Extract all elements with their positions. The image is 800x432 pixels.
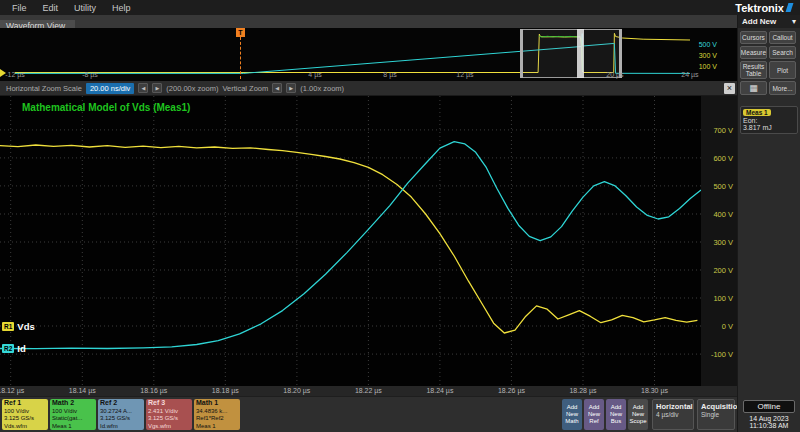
plot-button[interactable]: Plot xyxy=(769,61,796,79)
menu-help[interactable]: Help xyxy=(104,3,139,13)
overview-scale-label: 100 V xyxy=(691,63,717,70)
overview-time-label: 20 µs xyxy=(600,71,630,78)
y-axis-tick-label: 400 V xyxy=(703,210,733,219)
add-new-button-line: New xyxy=(628,411,648,418)
channel-badge-math1[interactable]: Math 134.4836 k...Ref1*Ref2Meas 1 xyxy=(194,399,240,430)
overview-time-label: -12 µs xyxy=(0,71,30,78)
horizontal-zoom-scale-value[interactable]: 20.00 ns/div xyxy=(86,83,134,94)
meas1-badge[interactable]: Meas 1 xyxy=(743,109,771,116)
add-new-button-line: Scope xyxy=(628,418,648,425)
y-axis-tick-label: 600 V xyxy=(703,154,733,163)
overview-time-label: -8 µs xyxy=(75,71,105,78)
add-new-button-line: Add xyxy=(562,404,582,411)
x-axis-tick-label: 18.14 µs xyxy=(60,387,104,394)
badge-title: Ref 1 xyxy=(2,399,48,408)
x-axis-labels: 18.12 µs18.14 µs18.16 µs18.18 µs18.20 µs… xyxy=(0,386,737,396)
add-new-bus-button[interactable]: AddNewBus xyxy=(606,399,626,430)
results-table-button[interactable]: Results Table xyxy=(740,61,767,79)
channel-badge-ref3[interactable]: Ref 32.431 V/div3.125 GS/sVgs.wfm xyxy=(146,399,192,430)
add-new-buttons: AddNewMathAddNewRefAddNewBusAddNewScope xyxy=(562,399,648,430)
add-new-ref-button[interactable]: AddNewRef xyxy=(584,399,604,430)
badge-detail: Id.wfm xyxy=(98,423,144,430)
channel-badge-ref2[interactable]: Ref 230.2724 A...3.125 GS/sId.wfm xyxy=(98,399,144,430)
badge-grid-button[interactable]: ▦ xyxy=(740,81,767,95)
y-axis-tick-label: 0 V xyxy=(703,322,733,331)
zoom-view-bar[interactable] xyxy=(577,29,584,78)
channel-marker-vds[interactable]: R1Vds xyxy=(2,321,35,332)
trigger-marker[interactable]: T xyxy=(236,28,245,37)
vertical-zoom-factor: (1.00x zoom) xyxy=(300,84,344,93)
badge-detail: 100 V/div xyxy=(2,408,48,416)
x-axis-tick-label: 18.24 µs xyxy=(418,387,462,394)
meas1-result-row: 3.817 mJ xyxy=(743,124,795,131)
tektronix-logo: Tektronix xyxy=(735,2,800,14)
horizontal-zoom-increase-button[interactable]: ▶ xyxy=(152,83,162,93)
close-zoom-icon[interactable]: × xyxy=(724,83,735,94)
vertical-zoom-increase-button[interactable]: ▶ xyxy=(286,83,296,93)
horizontal-scale-value: 4 µs/div xyxy=(656,411,690,418)
vertical-zoom-decrease-button[interactable]: ◀ xyxy=(272,83,282,93)
more-button[interactable]: More... xyxy=(769,81,796,95)
channel-badge-math2[interactable]: Math 2100 V/divStatic(gat...Meas 1 xyxy=(50,399,96,430)
badge-detail: 2.431 V/div xyxy=(146,408,192,416)
x-axis-tick-label: 18.22 µs xyxy=(346,387,390,394)
waveform-plot[interactable]: 700 V600 V500 V400 V300 V200 V100 V0 V-1… xyxy=(0,96,737,386)
tab-strip: Waveform View xyxy=(0,15,737,29)
zoom-toolbar: Horizontal Zoom Scale 20.00 ns/div ◀ ▶ (… xyxy=(0,81,737,96)
callout-button[interactable]: Callout xyxy=(769,31,796,44)
x-axis-tick-label: 18.18 µs xyxy=(203,387,247,394)
x-axis-tick-label: 18.28 µs xyxy=(561,387,605,394)
right-sidebar: Add New ▾ CursorsCalloutMeasureSearchRes… xyxy=(737,15,800,432)
badge-grid-icon: ▦ xyxy=(749,83,758,93)
x-axis-tick-label: 18.26 µs xyxy=(489,387,533,394)
channel-marker-id[interactable]: R2Id xyxy=(2,343,26,354)
add-new-math-button[interactable]: AddNewMath xyxy=(562,399,582,430)
y-axis-tick-label: 500 V xyxy=(703,182,733,191)
main-column: Waveform View T -12 µs-8 µs4 µs8 µs12 µs… xyxy=(0,15,737,432)
cursors-button[interactable]: Cursors xyxy=(740,31,767,44)
badge-detail: 34.4836 k... xyxy=(194,408,240,416)
add-new-button-line: Add xyxy=(606,404,626,411)
badge-detail: 3.125 GS/s xyxy=(98,415,144,423)
bottom-bar: Ref 1100 V/div3.125 GS/sVds.wfmMath 2100… xyxy=(0,396,737,432)
acquisition-panel-title: Acquisition xyxy=(701,402,731,411)
x-axis-tick-label: 18.16 µs xyxy=(132,387,176,394)
channel-badge-ref1[interactable]: Ref 1100 V/div3.125 GS/sVds.wfm xyxy=(2,399,48,430)
add-new-button-line: Ref xyxy=(584,418,604,425)
horizontal-panel[interactable]: Horizontal 4 µs/div xyxy=(652,399,694,430)
date-label: 14 Aug 2023 xyxy=(738,415,800,422)
status-clock: Offline 14 Aug 2023 11:10:38 AM xyxy=(738,400,800,429)
add-new-header[interactable]: Add New ▾ xyxy=(738,15,800,28)
add-new-scope-button[interactable]: AddNewScope xyxy=(628,399,648,430)
channel-label: Vds xyxy=(17,321,34,332)
measure-button[interactable]: Measure xyxy=(740,46,767,59)
overview-scale-label: 300 V xyxy=(691,52,717,59)
channel-ref-badge[interactable]: R2 xyxy=(2,344,14,353)
badge-detail: Ref1*Ref2 xyxy=(194,415,240,423)
overview-time-label: 24 µs xyxy=(675,71,705,78)
offline-button[interactable]: Offline xyxy=(743,400,795,413)
vds-trace xyxy=(0,145,697,333)
acquisition-overview[interactable]: T -12 µs-8 µs4 µs8 µs12 µs20 µs24 µs 500… xyxy=(0,28,737,81)
acquisition-panel[interactable]: Acquisition Single xyxy=(697,399,735,430)
add-new-button-line: New xyxy=(562,411,582,418)
overview-time-label: 4 µs xyxy=(300,71,330,78)
menu-edit[interactable]: Edit xyxy=(35,3,67,13)
y-axis-tick-label: 700 V xyxy=(703,126,733,135)
y-axis-tick-label: 200 V xyxy=(703,266,733,275)
menu-file[interactable]: File xyxy=(4,3,35,13)
y-axis-tick-label: 300 V xyxy=(703,238,733,247)
meas1-panel[interactable]: Meas 1 Eon:3.817 mJ xyxy=(740,106,798,134)
channel-ref-badge[interactable]: R1 xyxy=(2,322,14,331)
horizontal-zoom-scale-label: Horizontal Zoom Scale xyxy=(6,84,82,93)
horizontal-zoom-decrease-button[interactable]: ◀ xyxy=(138,83,148,93)
add-new-button-line: Math xyxy=(562,418,582,425)
zoom-window-left-handle[interactable] xyxy=(520,29,523,78)
search-button[interactable]: Search xyxy=(769,46,796,59)
plot-annotation: Mathematical Model of Vds (Meas1) xyxy=(22,102,190,113)
menu-items: FileEditUtilityHelp xyxy=(0,3,139,13)
horizontal-panel-title: Horizontal xyxy=(656,402,690,411)
badge-detail: 100 V/div xyxy=(50,408,96,416)
menu-utility[interactable]: Utility xyxy=(66,3,104,13)
sidebar-buttons: CursorsCalloutMeasureSearchResults Table… xyxy=(738,28,800,98)
